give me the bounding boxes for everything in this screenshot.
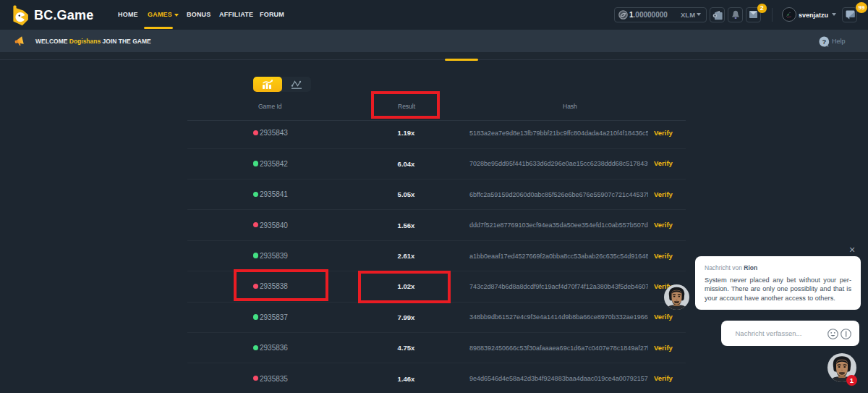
svg-text:?: ? [822,38,826,46]
